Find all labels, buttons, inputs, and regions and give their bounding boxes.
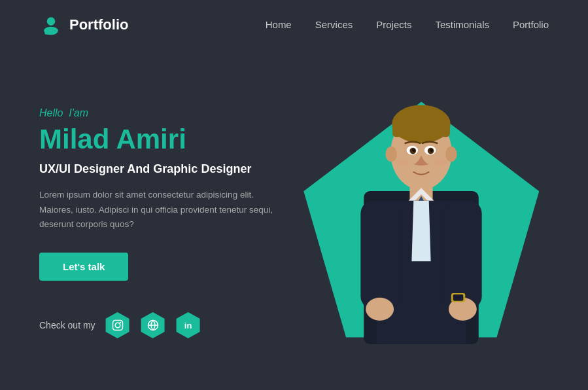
social-globe[interactable] (140, 312, 166, 338)
header: Portfolio Home Services Projects Testimo… (0, 0, 588, 49)
hello-line: Hello I'am (39, 107, 294, 119)
main-nav: Home Services Projects Testimonials Port… (266, 19, 549, 30)
hero-description: Lorem ipsum dolor sit amet consectetur a… (39, 188, 275, 232)
svg-point-13 (445, 146, 457, 161)
person-image (323, 89, 519, 344)
svg-rect-25 (443, 200, 482, 309)
svg-point-34 (412, 149, 415, 152)
nav-home[interactable]: Home (266, 19, 292, 30)
social-instagram[interactable] (105, 312, 131, 338)
svg-point-35 (430, 149, 433, 152)
svg-point-37 (434, 158, 447, 166)
svg-point-36 (396, 158, 409, 166)
logo-icon (39, 13, 63, 37)
svg-point-26 (366, 297, 394, 320)
hello-text: Hello (39, 107, 63, 118)
svg-point-0 (47, 17, 56, 26)
main-section: Hello I'am Milad Amiri UX/UI Designer An… (0, 49, 588, 390)
hero-left: Hello I'am Milad Amiri UX/UI Designer An… (39, 101, 294, 338)
svg-rect-3 (112, 321, 122, 330)
logo: Portfolio (39, 13, 128, 37)
svg-rect-11 (392, 120, 450, 136)
svg-point-4 (115, 323, 120, 328)
hero-name: Milad Amiri (39, 124, 294, 154)
nav-portfolio[interactable]: Portfolio (513, 19, 549, 30)
svg-rect-29 (453, 294, 464, 300)
svg-rect-24 (361, 200, 400, 309)
nav-projects[interactable]: Projects (376, 19, 411, 30)
nav-services[interactable]: Services (315, 19, 353, 30)
social-linkedin[interactable]: in (175, 312, 201, 338)
person-svg (323, 89, 519, 344)
check-out-label: Check out my (39, 320, 95, 330)
pentagon-container (297, 96, 545, 344)
lets-talk-button[interactable]: Let's talk (39, 253, 128, 281)
logo-label: Portfolio (69, 16, 128, 33)
svg-marker-23 (412, 200, 431, 261)
svg-point-12 (386, 146, 398, 161)
iam-text: I'am (69, 107, 88, 118)
nav-testimonials[interactable]: Testimonials (435, 19, 489, 30)
svg-point-5 (120, 322, 121, 323)
check-out-row: Check out my in (39, 312, 294, 338)
hero-right (294, 49, 549, 390)
hero-title: UX/UI Designer And Graphic Designer (39, 161, 294, 177)
